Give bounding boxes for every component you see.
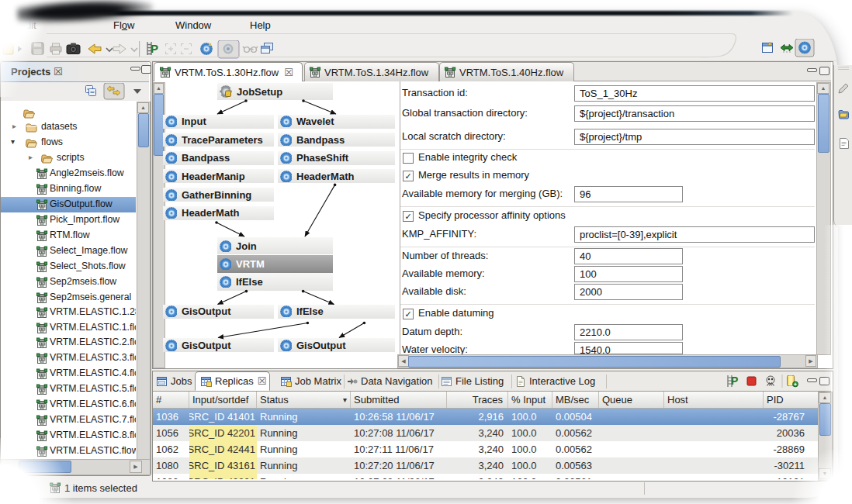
svg-text:P: P bbox=[731, 375, 738, 387]
